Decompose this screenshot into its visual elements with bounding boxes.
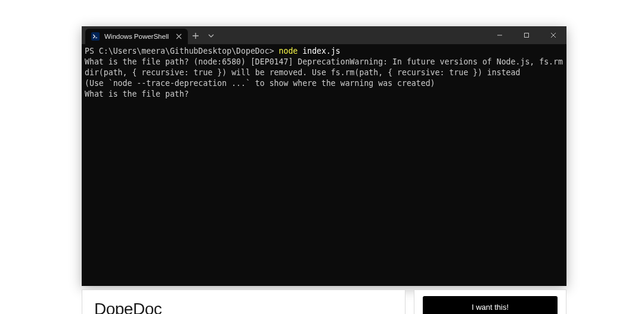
product-title: DopeDoc: [94, 300, 162, 314]
page-bottom-panels: DopeDoc I want this!: [82, 290, 566, 314]
svg-rect-1: [524, 33, 528, 38]
maximize-button[interactable]: [513, 26, 540, 44]
command-args: index.js: [298, 47, 340, 56]
purchase-panel: I want this!: [414, 290, 566, 314]
tab-close-button[interactable]: [174, 31, 184, 42]
command-node: node: [279, 47, 298, 56]
tab-title: Windows PowerShell: [104, 33, 169, 40]
prompt-cwd: C:\Users\meera\GithubDesktop\DopeDoc: [99, 47, 270, 56]
output-line-3: What is the file path?: [85, 90, 189, 98]
minimize-button[interactable]: [486, 26, 513, 44]
output-line-2: (Use `node --trace-deprecation ...` to s…: [85, 79, 435, 88]
terminal-window: Windows PowerShell PS C:\Use: [82, 26, 566, 286]
terminal-output[interactable]: PS C:\Users\meera\GithubDesktop\DopeDoc>…: [82, 44, 566, 286]
titlebar-left: Windows PowerShell: [82, 26, 219, 44]
window-titlebar[interactable]: Windows PowerShell: [82, 26, 566, 44]
powershell-icon: [91, 32, 100, 41]
titlebar-right: [486, 26, 566, 44]
new-tab-button[interactable]: [188, 27, 203, 44]
prompt-prefix: PS: [85, 47, 99, 56]
product-panel: DopeDoc: [82, 290, 405, 314]
tab-dropdown-button[interactable]: [203, 27, 219, 44]
prompt-suffix: >: [270, 47, 279, 56]
output-line-1: What is the file path? (node:6580) [DEP0…: [85, 57, 563, 77]
tab-powershell[interactable]: Windows PowerShell: [85, 29, 188, 44]
close-window-button[interactable]: [540, 26, 566, 44]
i-want-this-button[interactable]: I want this!: [423, 296, 558, 314]
